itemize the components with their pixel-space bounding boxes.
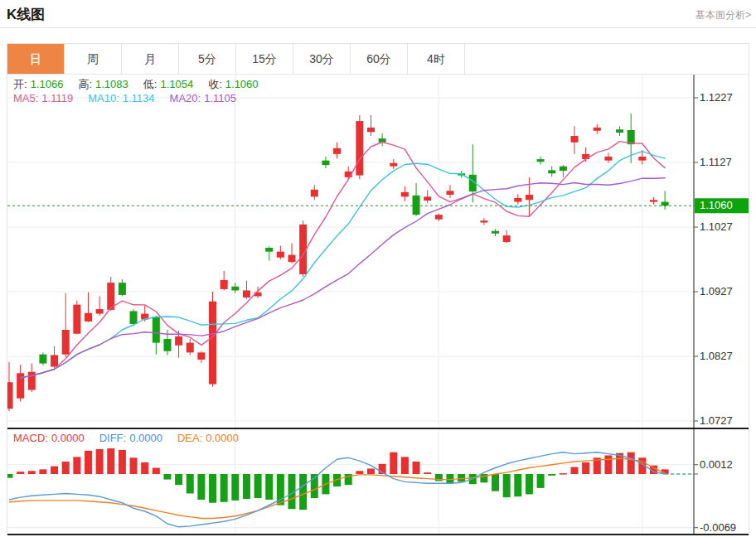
header-divider <box>0 27 756 28</box>
macd-histogram-bar <box>356 471 363 474</box>
macd-histogram-bar <box>7 474 13 478</box>
macd-histogram-bar <box>187 474 194 493</box>
macd-histogram-bar <box>367 468 375 474</box>
candle-body <box>571 136 579 143</box>
macd-histogram-bar <box>197 474 205 500</box>
candle-body <box>560 167 567 171</box>
macd-histogram-bar <box>28 471 36 474</box>
candle-body <box>356 121 363 176</box>
candle-body <box>51 355 58 366</box>
tab-60分[interactable]: 60分 <box>351 44 408 74</box>
macd-chart[interactable]: 0.0012-0.0069 <box>7 429 749 534</box>
tab-日[interactable]: 日 <box>7 44 65 74</box>
candle-body <box>85 313 92 322</box>
candle-body <box>62 330 70 355</box>
ma10-line <box>21 152 665 378</box>
candle-body <box>401 192 409 196</box>
macd-histogram-bar <box>526 474 533 494</box>
candle-body <box>153 317 160 342</box>
macd-histogram-bar <box>119 450 126 474</box>
macd-histogram-bar <box>73 457 80 474</box>
ma5-line <box>21 142 665 378</box>
macd-axis-label: -0.0069 <box>700 521 736 534</box>
macd-histogram-bar <box>537 474 545 488</box>
candle-body <box>638 157 646 161</box>
macd-histogram-bar <box>265 474 273 500</box>
candle-body <box>480 220 487 222</box>
kline-widget: 日周月5分15分30分60分4时 1.12271.11271.10271.092… <box>7 43 749 535</box>
tab-4时[interactable]: 4时 <box>408 44 465 74</box>
macd-histogram-bar <box>107 448 114 474</box>
macd-histogram-bar <box>514 474 521 496</box>
macd-histogram-bar <box>96 449 104 474</box>
fundamental-analysis-link[interactable]: 基本面分析> <box>695 8 751 22</box>
candle-body <box>96 309 104 313</box>
macd-histogram-bar <box>163 474 171 480</box>
macd-histogram-bar <box>220 474 228 502</box>
candle-body <box>265 248 273 252</box>
macd-histogram-bar <box>604 455 612 474</box>
candle-body <box>526 195 533 200</box>
candle-body <box>175 336 182 346</box>
candle-body <box>333 148 341 154</box>
price-axis-label: 1.1127 <box>700 156 732 168</box>
macd-histogram-bar <box>390 452 397 474</box>
macd-panel[interactable]: 0.0012-0.0069 MACD:0.0000DIFF:0.0000DEA:… <box>7 429 749 534</box>
candle-body <box>446 191 453 195</box>
candle-body <box>367 128 375 132</box>
macd-histogram-bar <box>582 462 589 474</box>
macd-histogram-bar <box>62 462 70 474</box>
macd-histogram-bar <box>254 474 262 498</box>
candle-body <box>73 305 80 334</box>
macd-histogram-bar <box>175 474 182 485</box>
macd-histogram-bar <box>141 462 148 474</box>
tab-bar: 日周月5分15分30分60分4时 <box>7 44 749 75</box>
candle-body <box>39 355 46 364</box>
candle-body <box>243 290 250 298</box>
candle-body <box>548 170 555 173</box>
candle-body <box>604 157 612 161</box>
price-axis-label: 1.0927 <box>700 285 733 298</box>
candle-body <box>492 231 499 234</box>
candle-body <box>594 128 601 131</box>
macd-histogram-bar <box>243 474 250 499</box>
price-axis-label: 1.1027 <box>700 220 733 233</box>
candle-body <box>277 252 284 258</box>
macd-histogram-bar <box>503 474 511 497</box>
candle-body <box>413 196 420 215</box>
macd-histogram-bar <box>299 474 307 510</box>
candle-body <box>582 154 589 159</box>
candle-body <box>650 200 657 201</box>
price-axis-label: 1.0827 <box>700 350 733 362</box>
tab-月[interactable]: 月 <box>122 44 179 74</box>
macd-histogram-bar <box>424 472 431 474</box>
macd-histogram-bar <box>231 474 239 501</box>
candle-panel[interactable]: 1.12271.11271.10271.09271.08271.07271.10… <box>7 75 749 428</box>
macd-histogram-bar <box>548 474 555 476</box>
price-axis-label: 1.0727 <box>700 414 733 427</box>
tab-周[interactable]: 周 <box>65 44 122 74</box>
tab-5分[interactable]: 5分 <box>179 44 236 74</box>
macd-histogram-bar <box>209 474 216 503</box>
candle-body <box>322 161 329 165</box>
candle-body <box>662 202 669 206</box>
macd-histogram-bar <box>130 457 138 474</box>
candle-body <box>209 302 216 385</box>
macd-histogram-bar <box>458 474 465 481</box>
candle-body <box>231 287 239 291</box>
candle-body <box>424 196 431 201</box>
candle-body <box>220 280 228 289</box>
price-axis-label: 1.1227 <box>700 91 733 104</box>
candle-body <box>616 129 623 133</box>
candlestick-chart[interactable]: 1.12271.11271.10271.09271.08271.07271.10… <box>7 75 749 428</box>
macd-histogram-bar <box>85 451 92 474</box>
tab-15分[interactable]: 15分 <box>236 44 293 74</box>
candle-body <box>503 235 511 242</box>
current-price-tag-label: 1.1060 <box>700 199 733 211</box>
macd-histogram-bar <box>492 474 499 491</box>
candle-body <box>390 163 397 167</box>
tab-30分[interactable]: 30分 <box>293 44 351 74</box>
ma20-line <box>21 178 665 378</box>
candle-body <box>311 190 318 197</box>
candle-body <box>514 198 521 202</box>
